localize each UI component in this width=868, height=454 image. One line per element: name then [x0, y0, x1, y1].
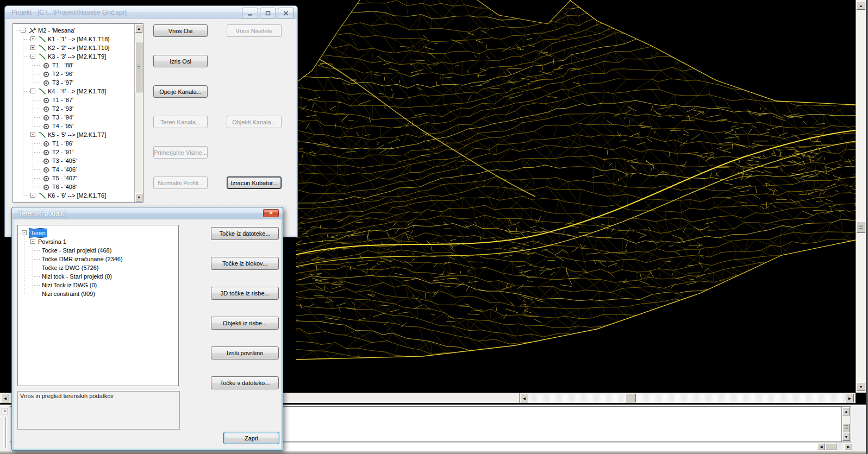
- izracun-kubatur-button[interactable]: Izracun Kubatur...: [227, 176, 282, 189]
- collapse-icon[interactable]: -: [30, 193, 35, 198]
- primerjalne-visine-button[interactable]: Primerjalne Visine...: [153, 146, 208, 159]
- tree-vertical-scrollbar[interactable]: ▲ ▼: [134, 24, 143, 202]
- tree-item[interactable]: T5 - '407': [13, 174, 134, 182]
- tree-item[interactable]: Nizi tock - Stari projekti (0): [18, 272, 178, 281]
- tree-item[interactable]: +K2 - '2' --> [M2.K1.T10]: [13, 43, 134, 52]
- dialog-titlebar[interactable]: Terenski podatki: [12, 207, 283, 219]
- tree-item[interactable]: T3 - '97': [13, 78, 134, 87]
- teren-kanala-button[interactable]: Teren Kanala...: [153, 116, 208, 128]
- tree-item[interactable]: Tocke - Stari projekti (468): [18, 246, 178, 255]
- project-window-title: Projekt - [C:\...\Projekti\Naselje Grič.…: [11, 9, 127, 16]
- vnos-nivelete-button[interactable]: Vnos Nivelete: [227, 24, 282, 37]
- vertical-scroll-thumb[interactable]: [857, 222, 865, 233]
- izris-osi-button[interactable]: Izris Osi: [153, 55, 208, 67]
- scroll-right-icon[interactable]: ▶: [846, 394, 854, 402]
- objekti-iz-risbe-button[interactable]: Objekti iz risbe...: [211, 317, 279, 330]
- collapse-icon[interactable]: -: [30, 89, 35, 93]
- horizontal-scroll-thumb[interactable]: [826, 443, 836, 450]
- expand-icon[interactable]: +: [30, 36, 35, 41]
- tree-item[interactable]: T1 - '88': [13, 61, 134, 70]
- tree-item[interactable]: T2 - '96': [13, 70, 134, 78]
- izrisi-povrsino-button[interactable]: Izriši površino: [211, 346, 279, 360]
- scroll-left-icon[interactable]: ◀: [1, 394, 9, 402]
- scroll-left-icon[interactable]: ◀: [817, 443, 825, 450]
- tocke-3d-iz-risbe-button[interactable]: 3D točke iz risbe...: [211, 287, 279, 300]
- tree-item[interactable]: Nizi constraint (909): [18, 289, 178, 298]
- point-icon: [42, 184, 51, 191]
- tree-guide: [33, 60, 33, 83]
- tree-item[interactable]: Nizi Tock iz DWG (0): [18, 281, 178, 289]
- close-icon[interactable]: x: [2, 408, 8, 414]
- dialog-close-button[interactable]: ✕: [263, 209, 279, 217]
- tree-connector: [33, 126, 42, 127]
- normalni-profili-button[interactable]: Normalni Profili...: [153, 176, 208, 189]
- app-frame-bottom: [0, 451, 866, 454]
- application-window: ▲ ▼ ◀ ◀ ▶ x ▲ ▼ ◀ ▶: [0, 0, 868, 454]
- tree-item[interactable]: T3 - '94': [13, 113, 134, 122]
- scroll-down-icon[interactable]: ▼: [135, 193, 142, 201]
- vertical-scroll-thumb[interactable]: [135, 42, 142, 92]
- scroll-up-icon[interactable]: ▲: [135, 24, 142, 33]
- minimize-icon: [247, 11, 253, 16]
- collapse-icon[interactable]: -: [30, 132, 35, 137]
- tree-item[interactable]: -K5 - '5' --> [M2.K1.T7]: [13, 130, 134, 139]
- tree-item[interactable]: T4 - '95': [13, 122, 134, 130]
- horizontal-scroll-thumb[interactable]: [626, 394, 636, 402]
- tree-item[interactable]: +K1 - '1' --> [M4.K1.T18]: [13, 35, 134, 43]
- channel-icon: [38, 45, 46, 52]
- tree-guide: [33, 94, 33, 126]
- scroll-left-2-icon[interactable]: ◀: [520, 394, 528, 402]
- tree-item[interactable]: T2 - '91': [13, 148, 134, 156]
- channel-icon: [38, 88, 46, 95]
- tree-item[interactable]: -K3 - '3' --> [M2.K1.T9]: [13, 52, 134, 61]
- tree-item[interactable]: T6 - '408': [13, 182, 134, 191]
- collapse-icon[interactable]: -: [22, 230, 27, 235]
- scroll-down-icon[interactable]: ▼: [857, 382, 865, 391]
- scroll-track[interactable]: [528, 394, 845, 402]
- tree-connector: [33, 161, 42, 161]
- tree-item[interactable]: T3 - '405': [13, 156, 134, 165]
- vnos-osi-button[interactable]: Vnos Osi: [153, 24, 208, 37]
- tree-item[interactable]: T4 - '406': [13, 165, 134, 174]
- scroll-up-icon[interactable]: ▲: [857, 1, 865, 10]
- close-icon: [283, 11, 289, 16]
- expand-icon[interactable]: +: [30, 45, 35, 50]
- objekti-kanala-button[interactable]: Objekti Kanala...: [227, 116, 282, 128]
- collapse-icon[interactable]: -: [30, 239, 35, 244]
- command-vertical-scrollbar[interactable]: ▲ ▼: [841, 406, 851, 442]
- dock-grip-icon: [5, 417, 6, 448]
- scroll-up-icon[interactable]: ▲: [842, 407, 850, 415]
- canvas-vertical-scrollbar[interactable]: ▲ ▼: [855, 0, 866, 393]
- collapse-icon[interactable]: -: [21, 28, 26, 33]
- project-tree[interactable]: -M2 - 'Mesana'+K1 - '1' --> [M4.K1.T18]+…: [13, 23, 143, 203]
- minimize-button[interactable]: [242, 8, 258, 19]
- thumb-grip-icon: [138, 65, 140, 70]
- restore-button[interactable]: [260, 8, 276, 19]
- scroll-down-icon[interactable]: ▼: [842, 433, 850, 441]
- tocke-v-datoteko-button[interactable]: Točke v datoteko...: [211, 376, 279, 389]
- tocke-iz-blokov-button[interactable]: Točke iz blokov...: [211, 257, 279, 270]
- opcije-kanala-button[interactable]: Opcije Kanala...: [153, 85, 208, 98]
- tree-item[interactable]: Točke DMR izračunane (2346): [18, 255, 178, 263]
- tree-item-label: Točke iz DWG (5726): [42, 263, 99, 272]
- tree-item[interactable]: T2 - '93': [13, 104, 134, 113]
- close-button[interactable]: [278, 8, 294, 19]
- zapri-button[interactable]: Zapri: [223, 432, 279, 444]
- scroll-track[interactable]: [836, 443, 845, 450]
- terrain-tree[interactable]: -Teren-Povrsina 1Tocke - Stari projekti …: [17, 225, 179, 386]
- command-dock-bar[interactable]: x: [0, 405, 10, 451]
- scroll-right-icon[interactable]: ▶: [845, 443, 852, 450]
- tree-item[interactable]: -Teren: [18, 229, 178, 237]
- tree-item[interactable]: Točke iz DWG (5726): [18, 263, 178, 272]
- tree-item[interactable]: -K4 - '4' --> [M2.K1.T8]: [13, 87, 134, 96]
- tree-item[interactable]: -Povrsina 1: [18, 237, 178, 246]
- tree-item[interactable]: T1 - '86': [13, 139, 134, 148]
- vertical-scroll-thumb[interactable]: [842, 424, 850, 432]
- channel-icon: [38, 131, 46, 138]
- tree-item[interactable]: -K6 - '6' --> [M2.K1.T6]: [13, 191, 134, 200]
- tree-item[interactable]: -M2 - 'Mesana': [13, 26, 134, 35]
- collapse-icon[interactable]: -: [30, 54, 35, 59]
- project-window-body: -M2 - 'Mesana'+K1 - '1' --> [M4.K1.T18]+…: [7, 19, 296, 235]
- tocke-iz-datoteke-button[interactable]: Točke iz datoteke...: [211, 227, 279, 240]
- tree-item[interactable]: T1 - '87': [13, 96, 134, 104]
